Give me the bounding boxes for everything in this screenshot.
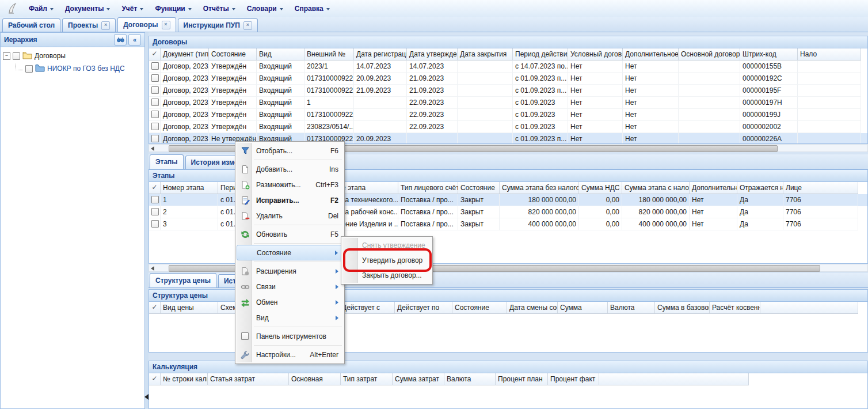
tab-договоры[interactable]: Договоры× [117,17,176,32]
scroll-left-icon[interactable] [151,146,154,151]
tab-инструкции-пуп[interactable]: Инструкции ПУП× [178,18,258,32]
row-checkbox[interactable] [151,220,159,228]
check-column-header[interactable]: ✓ [149,302,161,314]
column-header[interactable]: Состояние [452,302,507,314]
menu-item-настройки-[interactable]: Настройки...Alt+Enter [237,347,343,362]
tree-item-contracts[interactable]: − Договоры [2,50,143,62]
table-row[interactable]: Договор, 2023/...УтверждёнВходящий230823… [149,121,867,133]
check-column-header[interactable]: ✓ [149,182,161,194]
menu-item-расширения[interactable]: Расширения [237,263,343,279]
column-header[interactable]: Сумма этапа с налогами [622,182,690,194]
column-header[interactable]: Дата закрытия [458,48,513,60]
menubar-item-1[interactable]: Файл [23,2,59,15]
binoculars-icon[interactable] [114,34,127,46]
tab-этапы[interactable]: Этапы [150,154,184,169]
column-header[interactable]: Действует с [340,302,395,314]
column-header[interactable]: Внешний № [304,48,354,60]
column-header[interactable]: Условный договор [568,48,623,60]
row-checkbox[interactable] [151,208,159,215]
column-header[interactable]: Дата регистрации. [354,48,407,60]
menubar-item-2[interactable]: Документы [59,2,116,15]
row-checkbox[interactable] [151,123,159,130]
column-header[interactable]: Номер этапа [161,182,218,194]
column-header[interactable]: Сумма в базовой в [655,302,710,314]
row-checkbox[interactable] [151,99,159,106]
column-header[interactable]: Дополнительное с [690,182,737,194]
row-checkbox[interactable] [151,86,159,94]
menu-item-вид[interactable]: Вид [237,310,343,325]
tree-checkbox[interactable] [13,52,20,60]
column-header[interactable]: Сумма этапа без налогов [500,182,579,194]
tree-item-niokr[interactable]: НИОКР по ГОЗ без НДС [13,62,143,75]
table-row[interactable]: Договор, 2023/...УтверждёнВходящий017310… [149,85,867,97]
menu-item-исправить-[interactable]: Исправить...F2 [237,192,343,208]
column-header[interactable]: Отражается на су [737,182,783,194]
menu-item-обмен[interactable]: Обмен [237,294,343,310]
column-header[interactable]: Валюта [608,302,655,314]
column-header[interactable]: Штрих-код [740,48,798,60]
column-header[interactable]: Расчёт косвенных [710,302,760,314]
check-column-header[interactable]: ✓ [149,48,161,60]
close-icon[interactable]: × [243,21,252,30]
table-row[interactable]: Договор, 2023/...УтверждёнВходящий122.09… [149,97,867,109]
column-header[interactable]: Сумма [558,302,608,314]
menubar-item-4[interactable]: Функции [149,2,197,15]
menu-item-состояние[interactable]: Состояние [237,245,343,260]
close-icon[interactable]: × [162,21,170,29]
collapse-node-icon[interactable]: − [3,52,10,60]
close-icon[interactable]: × [101,21,110,30]
row-checkbox[interactable] [151,196,159,203]
column-header[interactable]: Действует по [395,302,452,314]
row-checkbox[interactable] [151,62,159,70]
column-header[interactable]: Дата утверждения [407,48,458,60]
tab-проекты[interactable]: Проекты× [62,18,116,32]
column-header[interactable]: Сумма НДС этапа [579,182,622,194]
splitter-collapse-icon[interactable] [144,394,149,400]
menubar-item-7[interactable]: Справка [289,2,336,15]
menubar-item-3[interactable]: Учёт [116,2,149,15]
menu-item-обновить[interactable]: ОбновитьF5 [237,226,343,242]
column-header[interactable]: Состояние [458,182,500,194]
column-header[interactable]: Валюта [444,373,496,385]
column-header[interactable]: Нало [798,48,861,60]
column-header[interactable]: Вид [257,48,304,60]
column-header[interactable]: Лице [783,182,858,194]
menubar-item-5[interactable]: Отчёты [197,2,241,15]
menubar-item-6[interactable]: Словари [241,2,289,15]
column-header[interactable]: Период действия.. [513,48,568,60]
row-checkbox[interactable] [151,74,159,82]
column-header[interactable]: Документ (тип, № [161,48,209,60]
collapse-left-icon[interactable]: « [128,34,141,46]
column-header[interactable]: Дата смены состоя [507,302,558,314]
column-header[interactable]: Тип затрат [341,373,393,385]
menu-item-связи[interactable]: Связи [237,279,343,294]
tab-рабочий-стол[interactable]: Рабочий стол [2,18,60,32]
column-header[interactable]: Основная [289,373,341,385]
scroll-left-icon[interactable] [151,266,154,271]
column-header[interactable]: Тип лицевого счёт [398,182,458,194]
check-column-header[interactable]: ✓ [149,373,161,385]
row-checkbox[interactable] [151,111,159,118]
column-header[interactable] [599,373,749,385]
row-checkbox[interactable] [151,135,159,142]
menu-item-размножить-[interactable]: Размножить...Ctrl+F3 [237,177,343,192]
column-header[interactable]: е этапа [340,182,398,194]
tab-структура-цены[interactable]: Структура цены [150,273,216,287]
table-row[interactable]: Договор, 2023/...УтверждёнВходящий017310… [149,109,867,121]
column-header[interactable]: № строки калькул [161,373,208,385]
menu-item-панель-инструментов[interactable]: Панель инструментов [237,328,343,344]
column-header[interactable]: Дополнительное с [623,48,679,60]
tree-checkbox[interactable] [25,65,33,73]
column-header[interactable]: Состояние [209,48,257,60]
column-header[interactable]: Вид цены [161,302,218,314]
menu-item-добавить-[interactable]: Добавить...Ins [237,161,343,177]
column-header[interactable]: Основной договор [679,48,740,60]
table-row[interactable]: Договор, 2023/...УтверждёнВходящий2023/1… [149,60,867,73]
column-header[interactable]: Сумма затрат [393,373,444,385]
menu-item-удалить[interactable]: УдалитьDel [237,208,343,224]
menu-item-отобрать-[interactable]: Отобрать...F6 [237,143,343,158]
column-header[interactable]: Статья затрат [208,373,289,385]
table-row[interactable]: Договор, 2023/...УтверждёнВходящий017310… [149,73,867,85]
column-header[interactable]: Процент план [496,373,548,385]
column-header[interactable]: Процент факт [548,373,599,385]
